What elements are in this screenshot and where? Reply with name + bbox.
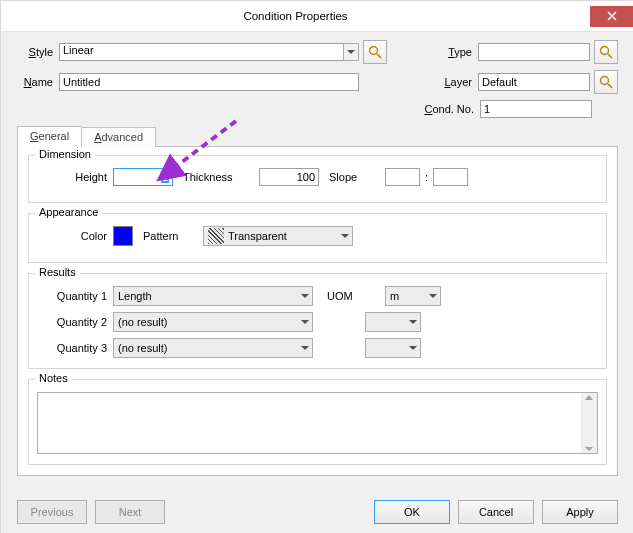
close-icon [607,11,617,21]
q2-select[interactable]: (no result) [113,312,313,332]
q1-uom-select[interactable]: m [385,286,441,306]
chevron-down-icon [297,339,312,357]
thickness-label: Thickness [173,171,259,183]
height-input[interactable]: 1 [113,168,173,186]
svg-point-2 [601,77,609,85]
window-title: Condition Properties [1,10,590,22]
magnifier-icon [368,45,382,59]
chevron-down-icon [297,313,312,331]
pattern-icon [208,228,224,244]
q3-uom-select[interactable] [365,338,421,358]
dimension-legend: Dimension [35,148,95,160]
dimension-group: Dimension Height 1 Thickness Slope : [28,155,607,203]
notes-textarea[interactable] [37,392,598,454]
q2-uom-select[interactable] [365,312,421,332]
notes-group: Notes [28,379,607,465]
magnifier-icon [599,45,613,59]
tab-general[interactable]: General [17,126,82,147]
style-browse-button[interactable] [363,40,387,64]
tab-advanced[interactable]: Advanced [81,127,156,147]
thickness-input[interactable] [259,168,319,186]
q2-label: Quantity 2 [37,316,113,328]
style-select[interactable]: Linear [59,43,359,61]
color-swatch[interactable] [113,226,133,246]
pattern-select[interactable]: Transparent [203,226,353,246]
appearance-group: Appearance Color Pattern Transparent [28,213,607,263]
scrollbar[interactable] [581,393,597,453]
color-label: Color [37,230,113,242]
q3-label: Quantity 3 [37,342,113,354]
svg-point-0 [370,47,378,55]
layer-browse-button[interactable] [594,70,618,94]
slope-colon: : [420,171,433,183]
ok-button[interactable]: OK [374,500,450,524]
previous-button: Previous [17,500,87,524]
layer-label: Layer [422,76,478,88]
chevron-down-icon [343,43,359,61]
condno-label: Cond. No. [408,103,480,115]
q1-label: Quantity 1 [37,290,113,302]
results-legend: Results [35,266,80,278]
q1-select[interactable]: Length [113,286,313,306]
name-input[interactable] [59,73,359,91]
chevron-down-icon [425,287,440,305]
slope-a-input[interactable] [385,168,420,186]
chevron-down-icon [405,339,420,357]
type-browse-button[interactable] [594,40,618,64]
title-bar: Condition Properties [1,1,633,32]
scroll-up-icon [585,395,593,400]
appearance-legend: Appearance [35,206,102,218]
slope-label: Slope [319,171,385,183]
pattern-label: Pattern [133,230,203,242]
apply-button[interactable]: Apply [542,500,618,524]
scroll-down-icon [585,447,593,451]
height-label: Height [37,171,113,183]
type-label: Type [422,46,478,58]
chevron-down-icon [297,287,312,305]
tab-panel-general: Dimension Height 1 Thickness Slope : App… [17,146,618,476]
chevron-down-icon [405,313,420,331]
style-label: Style [17,46,59,58]
notes-legend: Notes [35,372,72,384]
results-group: Results Quantity 1 Length UOM m Quantity… [28,273,607,369]
type-input[interactable] [478,43,590,61]
uom-label: UOM [313,290,385,302]
chevron-down-icon [337,227,352,245]
next-button: Next [95,500,165,524]
cancel-button[interactable]: Cancel [458,500,534,524]
slope-b-input[interactable] [433,168,468,186]
condno-input[interactable] [480,100,592,118]
svg-point-1 [601,47,609,55]
magnifier-icon [599,75,613,89]
name-label: Name [17,76,59,88]
q3-select[interactable]: (no result) [113,338,313,358]
layer-input[interactable] [478,73,590,91]
close-button[interactable] [590,6,633,27]
